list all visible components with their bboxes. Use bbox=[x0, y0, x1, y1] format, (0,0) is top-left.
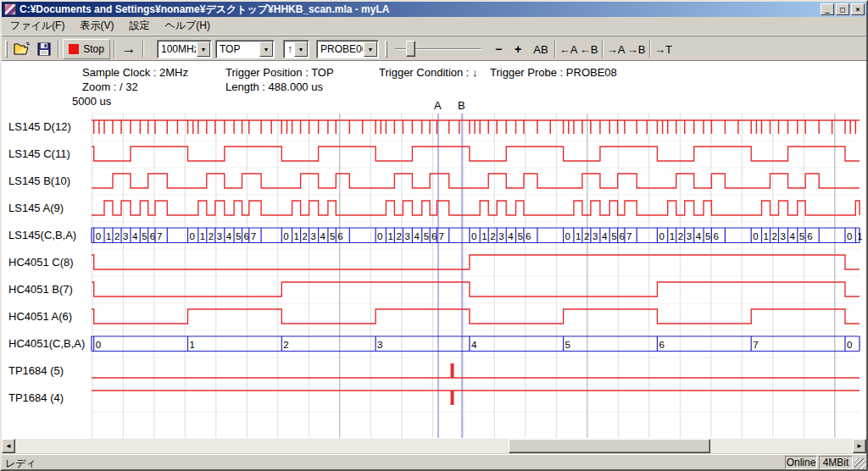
waveform-client-area: Sample Clock : 2MHz Trigger Position : T… bbox=[2, 61, 866, 439]
svg-text:7: 7 bbox=[438, 231, 443, 241]
svg-text:2: 2 bbox=[772, 231, 777, 241]
svg-text:5: 5 bbox=[565, 340, 570, 350]
toolbar-separator bbox=[649, 41, 651, 58]
svg-text:5: 5 bbox=[142, 231, 147, 241]
channel-label-hc4051-c-8[interactable]: HC4051 C(8) bbox=[8, 256, 74, 269]
svg-text:6: 6 bbox=[526, 231, 531, 241]
open-folder-icon bbox=[14, 42, 31, 56]
goto-marker-a-left-button[interactable]: ←A bbox=[559, 39, 578, 59]
goto-trigger-button[interactable]: →T bbox=[654, 39, 673, 59]
svg-text:1: 1 bbox=[764, 231, 769, 241]
svg-text:3: 3 bbox=[687, 231, 692, 241]
svg-text:6: 6 bbox=[620, 231, 625, 241]
stop-button[interactable]: Stop bbox=[63, 39, 110, 59]
close-button[interactable]: × bbox=[851, 3, 865, 15]
save-button[interactable] bbox=[34, 39, 54, 59]
svg-text:4: 4 bbox=[602, 231, 608, 241]
svg-text:7: 7 bbox=[753, 340, 758, 350]
svg-text:2: 2 bbox=[303, 231, 308, 241]
svg-text:0: 0 bbox=[847, 340, 852, 350]
sample-clock-select[interactable]: 100MHz ▼ bbox=[157, 40, 212, 58]
svg-text:3: 3 bbox=[404, 231, 409, 241]
svg-text:1: 1 bbox=[670, 231, 675, 241]
scrollbar-thumb[interactable] bbox=[509, 439, 710, 453]
channel-label-ls145-b-10[interactable]: LS145 B(10) bbox=[8, 175, 70, 187]
svg-text:1: 1 bbox=[200, 231, 205, 241]
ab-range-button[interactable]: AB bbox=[531, 39, 551, 59]
svg-text:3: 3 bbox=[781, 231, 786, 241]
svg-text:0: 0 bbox=[847, 231, 852, 241]
menu-help[interactable]: ヘルプ(H) bbox=[157, 16, 218, 36]
menu-settings[interactable]: 設定 bbox=[121, 16, 157, 36]
svg-text:3: 3 bbox=[498, 231, 504, 241]
stop-label: Stop bbox=[83, 43, 104, 55]
zoom-slider-thumb[interactable] bbox=[406, 41, 415, 57]
open-button[interactable] bbox=[12, 39, 32, 59]
svg-text:3: 3 bbox=[217, 231, 222, 241]
waveform-plot[interactable]: 0123456701234567012345601234567012345601… bbox=[2, 61, 866, 439]
goto-marker-b-left-button[interactable]: ←B bbox=[579, 39, 598, 59]
status-ready-text: レディ bbox=[5, 457, 36, 471]
svg-text:4: 4 bbox=[414, 231, 420, 241]
chevron-down-icon[interactable]: ▼ bbox=[364, 42, 377, 57]
menu-file[interactable]: ファイル(F) bbox=[3, 16, 72, 36]
floppy-disk-icon bbox=[37, 42, 51, 56]
toolbar-separator bbox=[142, 41, 144, 58]
channel-label-hc4051-a-6[interactable]: HC4051 A(6) bbox=[8, 310, 72, 323]
title-bar: C:¥Documents and Settings¥noname¥デスクトップ¥… bbox=[2, 2, 866, 17]
channel-label-hc4051-c-b-a[interactable]: HC4051(C,B,A) bbox=[8, 337, 85, 350]
svg-text:0: 0 bbox=[377, 231, 382, 241]
trigger-position-select[interactable]: TOP ▼ bbox=[215, 40, 275, 58]
trigger-probe-select[interactable]: PROBE00 ▼ bbox=[316, 40, 379, 58]
toolbar-grip[interactable] bbox=[5, 41, 8, 58]
svg-text:1: 1 bbox=[294, 231, 299, 241]
channel-label-tp1684-4[interactable]: TP1684 (4) bbox=[8, 391, 64, 404]
channel-label-ls145-d-12[interactable]: LS145 D(12) bbox=[8, 120, 71, 133]
svg-text:0: 0 bbox=[96, 231, 101, 241]
scroll-right-arrow-icon[interactable]: ► bbox=[853, 439, 866, 453]
channel-label-hc4051-b-7[interactable]: HC4051 B(7) bbox=[8, 283, 73, 296]
resize-grip[interactable] bbox=[854, 458, 865, 469]
chevron-down-icon[interactable]: ▼ bbox=[294, 42, 308, 57]
svg-text:7: 7 bbox=[251, 231, 256, 241]
svg-text:1: 1 bbox=[190, 340, 195, 350]
chevron-down-icon[interactable]: ▼ bbox=[197, 42, 210, 57]
menu-view[interactable]: 表示(V) bbox=[72, 16, 121, 36]
window-title: C:¥Documents and Settings¥noname¥デスクトップ¥… bbox=[19, 3, 819, 17]
svg-text:2: 2 bbox=[396, 231, 401, 241]
scroll-left-arrow-icon[interactable]: ◄ bbox=[2, 439, 15, 453]
svg-text:1: 1 bbox=[857, 231, 862, 241]
svg-text:2: 2 bbox=[114, 231, 120, 241]
svg-text:0: 0 bbox=[565, 231, 570, 241]
goto-marker-b-right-button[interactable]: →B bbox=[626, 39, 646, 59]
minimize-button[interactable]: _ bbox=[821, 3, 834, 15]
toolbar-grip[interactable] bbox=[385, 41, 387, 58]
svg-text:0: 0 bbox=[190, 231, 195, 241]
zoom-out-button[interactable]: − bbox=[492, 39, 505, 59]
svg-text:3: 3 bbox=[311, 231, 316, 241]
svg-text:4: 4 bbox=[508, 231, 514, 241]
channel-label-ls145-a-9[interactable]: LS145 A(9) bbox=[8, 202, 64, 214]
svg-text:6: 6 bbox=[244, 231, 249, 241]
trigger-edge-value: ↑ bbox=[284, 43, 293, 55]
svg-text:5: 5 bbox=[518, 231, 523, 241]
channel-label-ls145-c-b-a[interactable]: LS145(C,B,A) bbox=[8, 229, 76, 241]
toolbar-separator bbox=[58, 41, 59, 58]
svg-text:6: 6 bbox=[337, 231, 342, 241]
svg-text:2: 2 bbox=[490, 231, 495, 241]
channel-label-ls145-c-11[interactable]: LS145 C(11) bbox=[8, 147, 70, 160]
run-button[interactable]: → bbox=[118, 39, 140, 59]
goto-marker-a-right-button[interactable]: →A bbox=[606, 39, 626, 59]
menu-bar: ファイル(F)表示(V)設定ヘルプ(H) bbox=[2, 17, 866, 36]
svg-text:3: 3 bbox=[123, 231, 128, 241]
svg-text:2: 2 bbox=[584, 231, 589, 241]
svg-text:0: 0 bbox=[283, 231, 288, 241]
channel-label-tp1684-5[interactable]: TP1684 (5) bbox=[8, 364, 64, 377]
svg-text:6: 6 bbox=[713, 231, 718, 241]
maximize-button[interactable]: □ bbox=[836, 3, 849, 15]
horizontal-scrollbar[interactable]: ◄ ► bbox=[2, 439, 866, 453]
zoom-in-button[interactable]: + bbox=[511, 39, 525, 59]
svg-text:4: 4 bbox=[132, 231, 138, 241]
chevron-down-icon[interactable]: ▼ bbox=[259, 42, 273, 57]
trigger-edge-select[interactable]: ↑ ▼ bbox=[283, 40, 309, 58]
